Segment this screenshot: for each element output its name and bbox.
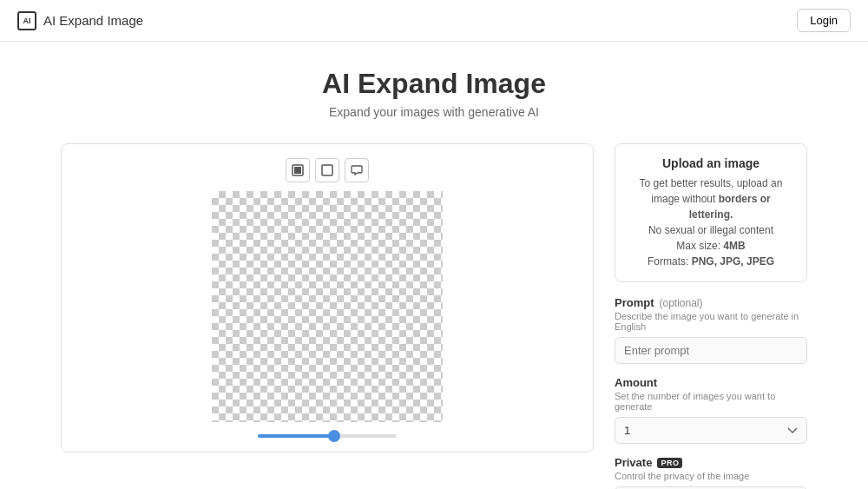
page-subtitle: Expand your images with generative AI [61, 105, 807, 119]
pro-badge: PRO [657, 458, 682, 468]
zoom-slider-thumb[interactable] [328, 430, 340, 442]
svg-rect-2 [322, 165, 332, 175]
private-group: Private PRO Control the privacy of the i… [615, 456, 807, 489]
upload-title: Upload an image [629, 156, 792, 170]
amount-sublabel: Set the number of images you want to gen… [615, 391, 807, 412]
zoom-slider-container [76, 434, 579, 438]
private-label: Private PRO [615, 456, 807, 469]
expand-tool-button[interactable] [286, 158, 310, 182]
prompt-group: Prompt (optional) Describe the image you… [615, 296, 807, 364]
comment-tool-button[interactable] [345, 158, 369, 182]
zoom-slider-track[interactable] [258, 434, 397, 438]
private-sublabel: Control the privacy of the image [615, 471, 807, 481]
prompt-label: Prompt (optional) [615, 296, 807, 309]
prompt-sublabel: Describe the image you want to generate … [615, 311, 807, 332]
zoom-slider-fill [258, 434, 334, 438]
svg-rect-1 [294, 167, 301, 174]
toolbar [76, 158, 579, 182]
right-panel: Upload an image To get better results, u… [615, 143, 807, 489]
optional-text: (optional) [660, 297, 703, 309]
page-title: AI Expand Image [61, 68, 807, 100]
image-canvas[interactable] [212, 191, 443, 422]
main-content: AI Expand Image Expand your images with … [43, 42, 825, 489]
header: AI AI Expand Image Login [0, 0, 868, 42]
prompt-input[interactable] [615, 337, 807, 364]
amount-group: Amount Set the number of images you want… [615, 376, 807, 444]
left-panel [61, 143, 594, 453]
comment-icon [351, 164, 363, 176]
crop-tool-button[interactable] [315, 158, 339, 182]
expand-icon [292, 164, 304, 176]
upload-description: To get better results, upload an image w… [629, 175, 792, 269]
upload-info-box: Upload an image To get better results, u… [615, 143, 807, 282]
content-row: Upload an image To get better results, u… [61, 143, 807, 489]
logo: AI AI Expand Image [17, 11, 143, 30]
amount-select[interactable]: 1 2 3 4 [615, 417, 807, 444]
login-button[interactable]: Login [797, 9, 851, 32]
amount-label: Amount [615, 376, 807, 389]
crop-icon [321, 164, 333, 176]
app-title: AI Expand Image [43, 13, 143, 28]
logo-icon: AI [17, 11, 36, 30]
